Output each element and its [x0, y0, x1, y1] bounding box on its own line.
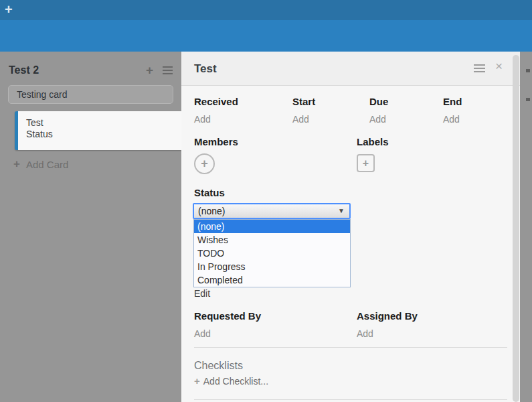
requested-assigned-row: Requested By Add Assigned By Add [194, 310, 418, 339]
app-screen: + Test 2 + Testing card Test Status + Ad… [0, 0, 532, 402]
plus-icon: + [13, 157, 20, 171]
top-navbar: + [0, 0, 532, 20]
received-label: Received [194, 96, 292, 107]
end-label: End [443, 96, 462, 107]
card-detail-header: Test × [181, 52, 520, 86]
next-list-fragment-icon [526, 98, 530, 101]
date-field-due: Due Add [369, 96, 443, 125]
requested-by-label: Requested By [194, 310, 357, 322]
divider [194, 347, 507, 348]
next-list-fragment-icon [526, 69, 530, 72]
members-label: Members [194, 136, 357, 147]
list-add-icon[interactable]: + [146, 63, 153, 78]
list-menu-icon[interactable] [163, 66, 173, 74]
card-testing[interactable]: Testing card [8, 85, 173, 104]
status-selected-value: (none) [194, 204, 349, 216]
start-add-link[interactable]: Add [292, 114, 309, 125]
status-option-in-progress[interactable]: In Progress [194, 260, 350, 273]
add-checklist-label: Add Checklist... [203, 376, 268, 387]
requested-by-section: Requested By Add [194, 310, 357, 339]
date-field-received: Received Add [194, 96, 292, 125]
assigned-by-section: Assigned By Add [357, 310, 418, 339]
add-board-icon[interactable]: + [5, 1, 13, 17]
add-member-button[interactable]: + [194, 153, 215, 174]
status-option-none[interactable]: (none) [194, 220, 350, 233]
assigned-by-add-link[interactable]: Add [357, 328, 373, 339]
status-dropdown-list: (none) Wishes TODO In Progress Completed [193, 219, 351, 287]
date-field-end: End Add [443, 96, 462, 125]
add-card-label: Add Card [26, 159, 68, 170]
add-label-button[interactable]: + [357, 154, 375, 172]
card-detail-title: Test [194, 62, 217, 76]
due-label: Due [369, 96, 443, 107]
list-title[interactable]: Test 2 [9, 64, 39, 76]
date-fields-row: Received Add Start Add Due Add End Add [194, 96, 462, 125]
end-add-link[interactable]: Add [443, 114, 460, 125]
status-option-completed[interactable]: Completed [194, 273, 350, 287]
labels-label: Labels [357, 136, 389, 147]
labels-section: Labels + [357, 136, 389, 174]
panel-scrollbar[interactable] [513, 55, 519, 402]
card-title-line: Test [26, 117, 181, 129]
card-detail-panel: Test × Received Add Start Add Due Add En… [181, 52, 520, 402]
board-header-bar [0, 20, 532, 52]
list-column: Test 2 + Testing card Test Status + Add … [0, 52, 181, 402]
chevron-down-icon: ▼ [338, 207, 345, 214]
add-card-button[interactable]: + Add Card [13, 157, 68, 171]
requested-by-add-link[interactable]: Add [194, 328, 211, 339]
members-labels-row: Members + Labels + [194, 136, 389, 174]
status-option-wishes[interactable]: Wishes [194, 233, 350, 247]
plus-icon: + [194, 375, 200, 387]
hamburger-menu-icon[interactable] [474, 64, 485, 72]
status-select[interactable]: (none) ▼ [193, 203, 351, 219]
card-selected[interactable]: Test Status [15, 111, 181, 150]
assigned-by-label: Assigned By [357, 310, 418, 322]
close-icon[interactable]: × [495, 60, 503, 72]
divider [194, 399, 507, 400]
add-checklist-button[interactable]: + Add Checklist... [194, 375, 268, 387]
status-label: Status [194, 187, 225, 198]
due-add-link[interactable]: Add [369, 114, 386, 125]
status-edit-link[interactable]: Edit [194, 288, 210, 299]
members-section: Members + [194, 136, 357, 174]
status-option-todo[interactable]: TODO [194, 247, 350, 260]
card-status-line: Status [26, 129, 181, 140]
date-field-start: Start Add [292, 96, 369, 125]
checklists-label: Checklists [194, 360, 243, 372]
received-add-link[interactable]: Add [194, 114, 211, 125]
start-label: Start [292, 96, 369, 107]
